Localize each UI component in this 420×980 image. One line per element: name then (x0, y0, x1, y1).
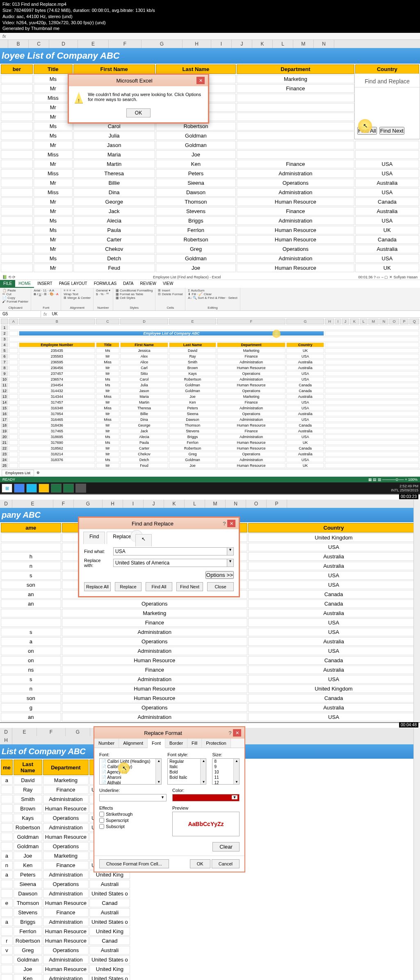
strikethrough-checkbox[interactable]: Strikethrough (99, 812, 167, 817)
dialog-title: Find and Replace (82, 521, 223, 527)
cursor-icon: ↖ (122, 765, 127, 771)
find-replace-panel: Find and Replace Find All Find Next ↖ (354, 73, 420, 139)
preview-label: Preview (172, 806, 240, 810)
style-listbox[interactable]: RegularItalicBoldBold Italic (167, 758, 206, 785)
superscript-checkbox[interactable]: Superscript (99, 818, 167, 823)
vertical-scrollbar[interactable] (413, 500, 420, 722)
column-headers: BCDEFGHIJKLMN (0, 40, 420, 48)
close-button[interactable]: Close (207, 582, 234, 591)
color-select[interactable] (172, 794, 240, 801)
color-label: Color: (172, 788, 240, 793)
clear-button[interactable]: Clear (212, 842, 240, 851)
ribbon-tabs[interactable]: FILEHOMEINSERTPAGE LAYOUTFORMULASDATAREV… (0, 280, 420, 288)
status-bar: READY ▦ ▤ ▥ ─────⊙── + 100% (0, 477, 420, 482)
dialog-title: Replace Format (98, 730, 228, 736)
close-icon[interactable]: ✕ (196, 77, 205, 84)
excel-icon-2[interactable] (63, 484, 74, 493)
start-button[interactable] (2, 484, 12, 493)
timestamp: 00:03:23 (399, 494, 418, 499)
video-metadata: File: 013 Find and Replace.mp4 Size: 782… (0, 0, 420, 33)
find-what-label: Find what: (84, 549, 111, 554)
ribbon[interactable]: 📋 Paste✂ Cut📄 Copy🖌 Format PainterClipbo… (0, 288, 420, 311)
find-panel-title: Find and Replace (355, 76, 420, 87)
app-icon[interactable] (75, 484, 86, 493)
close-icon[interactable]: ✕ (227, 520, 235, 527)
message-dialog: Microsoft Excel ✕ ! We couldn't find wha… (68, 73, 209, 124)
replace-button[interactable]: Replace (115, 582, 142, 591)
replace-format-dialog: Replace Format ? ✕ NumberAlignmentFontBo… (94, 726, 245, 872)
effects-label: Effects (99, 806, 167, 810)
underline-select[interactable] (99, 794, 167, 801)
ok-button[interactable]: OK (190, 859, 210, 868)
worksheet-grid[interactable]: ABCDEFGHIJKLMNOPQ12Employee List of Comp… (0, 318, 420, 469)
taskbar[interactable]: 2:52:49 PMINTL 25/09/2015 (0, 482, 420, 494)
column-headers: DEFGHIJKLMNOP (0, 500, 420, 508)
formula-bar[interactable]: fx (0, 33, 420, 40)
vertical-scrollbar[interactable] (413, 728, 420, 980)
subscript-checkbox[interactable]: Subscript (99, 824, 167, 829)
explorer-icon[interactable] (39, 484, 49, 493)
help-icon[interactable]: ? (228, 730, 231, 736)
add-sheet-icon[interactable]: ⊕ (34, 470, 42, 476)
find-tab[interactable]: Find (83, 532, 105, 544)
options-button[interactable]: Options >> (205, 571, 234, 579)
replace-all-button[interactable]: Replace All (84, 582, 111, 591)
help-icon[interactable]: ? (223, 521, 226, 527)
replace-with-input[interactable] (113, 559, 227, 567)
excel-icon[interactable] (51, 484, 62, 493)
dropdown-icon[interactable]: ▼ (227, 547, 234, 555)
close-icon[interactable]: ✕ (233, 729, 241, 737)
warning-icon: ! (75, 92, 83, 103)
dropdown-icon[interactable]: ▼ (227, 559, 234, 567)
message-text: We couldn't find what you were looking f… (88, 92, 202, 102)
find-all-button[interactable]: Find All (146, 582, 172, 591)
sheet-tab[interactable]: Employees List (2, 470, 34, 476)
chrome-icon[interactable] (14, 484, 25, 493)
size-listbox[interactable]: 8910111214 (212, 758, 240, 785)
cursor-icon: ↖ (135, 534, 152, 546)
find-what-input[interactable] (113, 547, 227, 555)
font-label: Font: (99, 752, 162, 757)
ok-button[interactable]: OK (126, 108, 151, 117)
find-next-button[interactable]: Find Next (176, 582, 203, 591)
namebox-row[interactable]: G5 fx UK (0, 311, 420, 318)
choose-format-button[interactable]: Choose Format From Cell... (99, 859, 169, 868)
timestamp: 00:04:48 (399, 722, 418, 728)
format-tabs[interactable]: NumberAlignmentFontBorderFillProtection (94, 739, 244, 748)
replace-with-label: Replace with: (84, 558, 111, 568)
find-replace-dialog: Find and Replace ? ✕ Find Replace ↖ Find… (78, 516, 240, 597)
cancel-button[interactable]: Cancel (212, 859, 240, 868)
size-label: Size: (212, 752, 240, 757)
find-next-button[interactable]: Find Next (379, 127, 404, 135)
style-label: Font style: (167, 752, 206, 757)
dialog-title-text: Microsoft Excel (72, 78, 196, 84)
underline-label: Underline: (99, 788, 167, 793)
cursor-icon: ↖ (363, 122, 368, 129)
excel-titlebar: 📗 ⟲ ⟳ Employee List (Find and Replace) -… (0, 275, 420, 280)
font-listbox[interactable]: 📄 Calibri Light (Headings)📄 Calibri (Bod… (99, 758, 162, 785)
sheet-title: loyee List of Company ABC (0, 48, 420, 64)
preview-box: AaBbCcYyZz (172, 812, 240, 836)
ie-icon[interactable] (26, 484, 37, 493)
